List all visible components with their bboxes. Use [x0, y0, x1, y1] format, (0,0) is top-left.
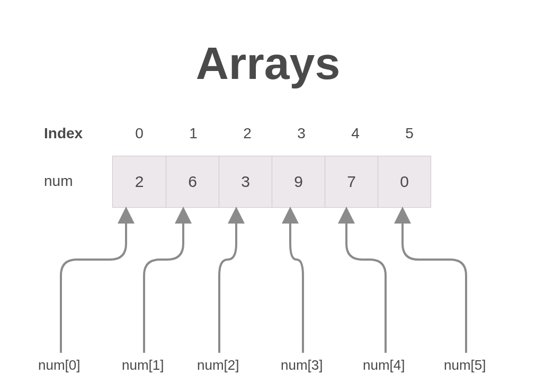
index-value: 2 — [220, 125, 274, 142]
array-cell: 2 — [113, 156, 166, 207]
element-access-label: num[2] — [197, 357, 239, 373]
array-cell: 6 — [166, 156, 219, 207]
index-value: 5 — [382, 125, 436, 142]
element-access-label: num[4] — [363, 357, 405, 373]
array-cell: 0 — [378, 156, 431, 207]
array-cell: 9 — [272, 156, 325, 207]
element-access-label: num[3] — [281, 357, 323, 373]
index-value: 3 — [274, 125, 328, 142]
index-value: 1 — [166, 125, 220, 142]
array-name-label: num — [44, 173, 73, 190]
element-access-label: num[0] — [38, 357, 81, 373]
index-value: 4 — [328, 125, 382, 142]
element-access-label: num[1] — [122, 357, 164, 373]
index-row-label: Index — [44, 125, 83, 142]
index-value: 0 — [112, 125, 166, 142]
array-cells-row: 2 6 3 9 7 0 — [112, 156, 431, 208]
array-cell: 7 — [325, 156, 378, 207]
diagram-title: Arrays — [0, 37, 536, 90]
element-access-label: num[5] — [444, 357, 486, 373]
array-cell: 3 — [219, 156, 272, 207]
